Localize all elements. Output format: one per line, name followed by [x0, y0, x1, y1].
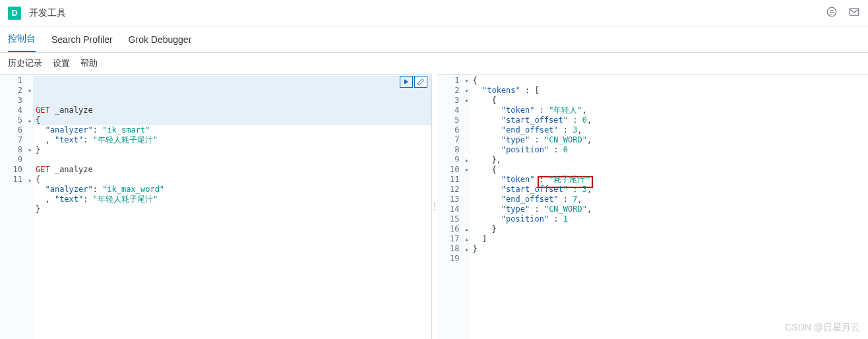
send-request-button[interactable] — [400, 76, 413, 88]
watermark: CSDN @日星月云 — [785, 322, 860, 334]
settings-link[interactable]: 设置 — [53, 57, 70, 69]
fold-gutter[interactable]: ▾▾▾▴▾▴▴▴ — [464, 75, 470, 339]
svg-rect-1 — [850, 9, 859, 16]
news-icon[interactable] — [826, 6, 838, 20]
mail-icon[interactable] — [848, 6, 860, 20]
editor-split: 1234567891011 ▾▴▾▴ GET _analyze{ "analyz… — [0, 74, 868, 339]
fold-gutter[interactable]: ▾▴▾▴ — [26, 75, 33, 339]
request-pane: 1234567891011 ▾▴▾▴ GET _analyze{ "analyz… — [0, 74, 432, 339]
tab-search-profiler[interactable]: Search Profiler — [51, 26, 113, 52]
history-link[interactable]: 历史记录 — [8, 57, 42, 69]
console-subtoolbar: 历史记录 设置 帮助 — [0, 53, 868, 74]
app-badge: D — [8, 7, 21, 20]
line-gutter: 1234567891011 — [0, 75, 26, 339]
request-options-button[interactable] — [414, 76, 427, 88]
app-header: D 开发工具 — [0, 0, 868, 26]
code-area[interactable]: GET _analyze{ "analyzer": "ik_smart" , "… — [33, 75, 431, 339]
response-pane: 12345678910111213141516171819 ▾▾▾▴▾▴▴▴ {… — [437, 74, 869, 339]
header-actions — [826, 6, 860, 20]
pane-splitter[interactable]: ⋮ — [432, 74, 437, 339]
response-editor[interactable]: 12345678910111213141516171819 ▾▾▾▴▾▴▴▴ {… — [437, 75, 869, 339]
breadcrumb-title: 开发工具 — [29, 7, 826, 19]
svg-point-0 — [827, 7, 836, 16]
request-action-buttons — [400, 76, 427, 88]
tab-console[interactable]: 控制台 — [8, 26, 36, 52]
tab-grok-debugger[interactable]: Grok Debugger — [129, 26, 192, 52]
tab-bar: 控制台 Search Profiler Grok Debugger — [0, 26, 868, 53]
code-area: { "tokens" : [ { "token" : "年轻人", "start… — [470, 75, 869, 339]
request-editor[interactable]: 1234567891011 ▾▴▾▴ GET _analyze{ "analyz… — [0, 75, 431, 339]
line-gutter: 12345678910111213141516171819 — [437, 75, 464, 339]
help-link[interactable]: 帮助 — [80, 57, 98, 69]
